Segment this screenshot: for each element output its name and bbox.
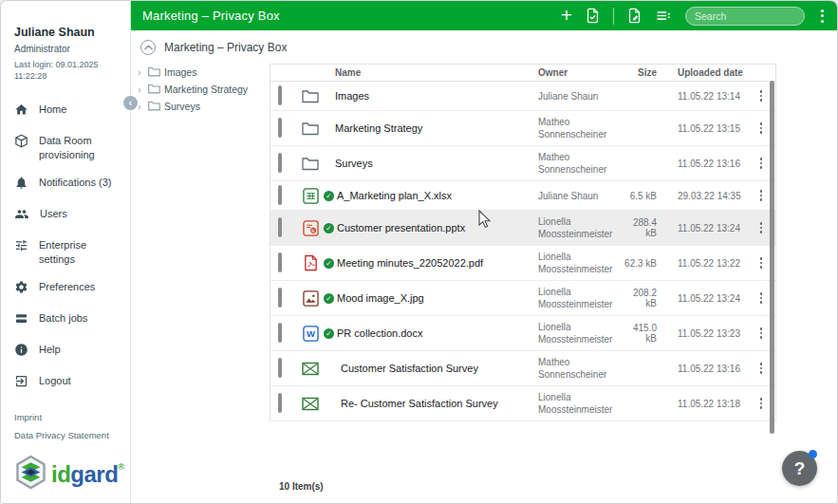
item-name[interactable]: PR collection.docx <box>337 327 423 339</box>
table-row[interactable]: W✓PR collection.docxLionella Moossteinme… <box>270 316 775 351</box>
table-scrollbar[interactable] <box>770 81 774 434</box>
folder-icon <box>297 89 324 103</box>
sliders-icon <box>14 238 28 256</box>
sidebar-item-logout[interactable]: Logout <box>14 374 124 392</box>
item-date: 11.05.22 13:23 <box>657 328 745 339</box>
page-title: Marketing – Privacy Box <box>142 9 280 23</box>
imprint-link[interactable]: Imprint <box>14 412 109 422</box>
verified-check-icon: ✓ <box>324 191 334 201</box>
row-checkbox[interactable] <box>278 323 282 343</box>
row-checkbox[interactable] <box>278 358 282 378</box>
table-row[interactable]: ✓Meeting minutes_22052022.pdfLionella Mo… <box>270 246 775 281</box>
table-row[interactable]: Re- Customer Satisfaction SurveyLionella… <box>270 386 775 421</box>
item-name[interactable]: Images <box>335 90 369 102</box>
row-menu-icon[interactable] <box>757 360 766 377</box>
item-name[interactable]: Customer presentation.pptx <box>337 222 465 233</box>
verified-check-icon: ✓ <box>324 258 334 269</box>
row-checkbox[interactable] <box>278 118 282 138</box>
search-input[interactable] <box>685 7 805 26</box>
verified-check-icon: ✓ <box>324 293 334 304</box>
bell-icon <box>14 176 28 194</box>
item-date: 11.05.22 13:18 <box>657 399 745 409</box>
breadcrumb-label[interactable]: Marketing – Privacy Box <box>164 41 287 54</box>
sidebar-item-home[interactable]: Home <box>14 103 124 121</box>
sidebar-nav: HomeData Room provisioningNotifications … <box>14 103 124 391</box>
sidebar-item-label: Enterprise settings <box>39 238 124 267</box>
row-menu-icon[interactable] <box>757 87 766 104</box>
row-menu-icon[interactable] <box>757 187 766 204</box>
sidebar-item-notifications[interactable]: Notifications (3) <box>14 176 124 194</box>
row-menu-icon[interactable] <box>757 395 766 412</box>
item-owner: Lionella Moossteinmeister <box>532 321 622 345</box>
table-row[interactable]: Marketing StrategyMatheo Sonnenscheiner1… <box>270 111 775 146</box>
more-icon[interactable] <box>817 8 828 25</box>
list-options-icon[interactable] <box>655 8 673 24</box>
column-uploaded-date[interactable]: Uploaded date <box>657 67 745 78</box>
sidebar-item-preferences[interactable]: Preferences <box>14 280 124 298</box>
idgard-logo-icon <box>15 455 47 494</box>
chevron-up-circle-icon[interactable] <box>140 40 156 55</box>
user-info: Juliane Shaun Administrator Last login: … <box>1 1 130 82</box>
item-name[interactable]: Meeting minutes_22052022.pdf <box>337 257 483 269</box>
powerpoint-file-icon <box>297 220 324 236</box>
item-name[interactable]: Marketing Strategy <box>335 122 422 134</box>
sidebar: Juliane Shaun Administrator Last login: … <box>1 1 131 503</box>
row-menu-icon[interactable] <box>757 155 766 172</box>
column-name[interactable]: Name <box>324 67 532 78</box>
add-icon[interactable]: + <box>561 5 572 25</box>
row-checkbox[interactable] <box>278 252 282 272</box>
table-row[interactable]: ImagesJuliane Shaun11.05.22 13:14 <box>270 82 775 111</box>
chevron-right-icon[interactable]: › <box>135 67 144 78</box>
item-name[interactable]: Customer Satisfaction Survey <box>341 363 478 374</box>
item-date: 11.05.22 13:15 <box>657 123 745 134</box>
table-row[interactable]: SurveysMatheo Sonnenscheiner11.05.22 13:… <box>270 146 775 181</box>
item-name[interactable]: Mood image_X.jpg <box>337 292 424 304</box>
sidebar-item-help[interactable]: Help <box>14 343 124 361</box>
folder-icon <box>297 121 324 136</box>
table-row[interactable]: ✓A_Marketing plan_X.xlsxJuliane Shaun6.5… <box>270 181 775 211</box>
tree-item[interactable]: ›Surveys <box>131 98 270 115</box>
sidebar-item-data-room-provisioning[interactable]: Data Room provisioning <box>14 134 124 162</box>
row-menu-icon[interactable] <box>757 289 766 307</box>
item-date: 11.05.22 13:16 <box>657 159 745 169</box>
user-name: Juliane Shaun <box>14 26 121 39</box>
item-name[interactable]: Surveys <box>335 158 373 169</box>
row-checkbox[interactable] <box>278 217 282 237</box>
row-menu-icon[interactable] <box>757 219 766 236</box>
row-checkbox[interactable] <box>278 85 282 105</box>
verified-check-icon: ✓ <box>324 223 334 233</box>
folder-icon <box>148 98 160 115</box>
row-checkbox[interactable] <box>278 153 282 173</box>
item-name[interactable]: Re- Customer Satisfaction Survey <box>341 398 498 409</box>
sidebar-item-batch-jobs[interactable]: Batch jobs <box>14 311 124 329</box>
sidebar-item-enterprise-settings[interactable]: Enterprise settings <box>14 238 124 267</box>
tree-item[interactable]: ›Images <box>131 64 270 81</box>
table-row[interactable]: ✓Customer presentation.pptxLionella Moos… <box>270 211 775 246</box>
column-size[interactable]: Size <box>622 67 657 78</box>
row-menu-icon[interactable] <box>757 254 766 271</box>
row-checkbox[interactable] <box>278 288 282 308</box>
row-menu-icon[interactable] <box>757 325 766 342</box>
column-owner[interactable]: Owner <box>532 67 622 78</box>
collapse-tree-icon[interactable]: ‹ <box>123 96 138 110</box>
sidebar-item-users[interactable]: Users <box>14 207 124 225</box>
item-owner: Matheo Sonnenscheiner <box>532 116 622 140</box>
items-count: 10 Item(s) <box>279 481 324 492</box>
privacy-statement-link[interactable]: Data Privacy Statement <box>14 430 109 440</box>
tree-item[interactable]: ›Marketing Strategy <box>131 81 270 98</box>
row-menu-icon[interactable] <box>757 120 766 137</box>
item-size: 62.3 kB <box>622 258 657 269</box>
home-icon <box>14 103 28 121</box>
chevron-right-icon[interactable]: › <box>135 84 144 95</box>
sidebar-item-label: Home <box>39 103 66 117</box>
row-checkbox[interactable] <box>278 185 282 205</box>
folder-icon <box>148 81 160 98</box>
sidebar-item-label: Batch jobs <box>39 311 87 326</box>
table-row[interactable]: Customer Satisfaction SurveyMatheo Sonne… <box>270 351 775 386</box>
last-login: Last login: 09.01.2025 11:22:28 <box>14 60 121 82</box>
row-checkbox[interactable] <box>278 393 282 413</box>
item-name[interactable]: A_Marketing plan_X.xlsx <box>337 190 452 201</box>
file-edit-icon[interactable] <box>626 7 642 25</box>
table-row[interactable]: ✓Mood image_X.jpgLionella Moossteinmeist… <box>270 281 775 316</box>
file-check-icon[interactable] <box>585 7 601 25</box>
